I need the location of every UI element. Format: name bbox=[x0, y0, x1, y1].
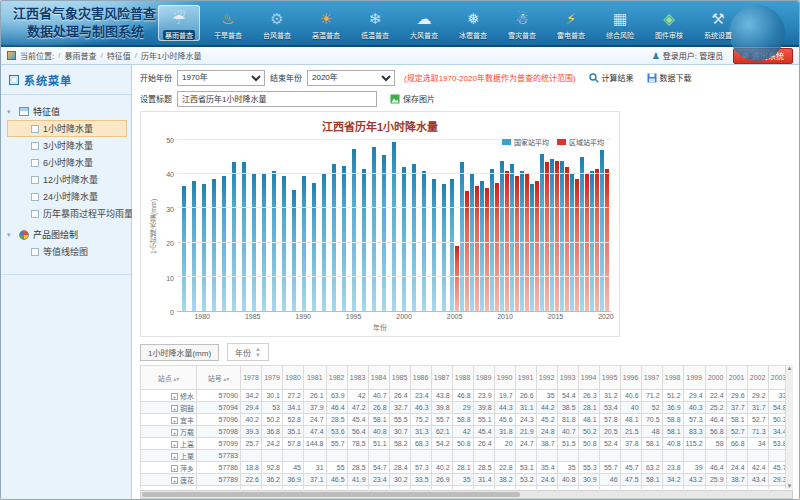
toolbar-item-2[interactable]: ♨干旱普查 bbox=[207, 5, 249, 41]
breadcrumb-item-current[interactable]: 历年1小时降水量 bbox=[141, 50, 201, 61]
chart-bar-regional[interactable] bbox=[575, 179, 579, 311]
toolbar-item-1[interactable]: ☔暴雨普查 bbox=[158, 5, 200, 41]
tree-group-1[interactable]: ▾特征值 bbox=[7, 103, 127, 120]
chart-bar-national[interactable] bbox=[600, 150, 604, 311]
station-name[interactable]: 宜丰 bbox=[180, 417, 194, 424]
chart-bar-national[interactable] bbox=[560, 161, 564, 311]
chart-bar-national[interactable] bbox=[480, 181, 484, 311]
chart-bar-national[interactable] bbox=[580, 157, 584, 311]
chart-bar-national[interactable] bbox=[500, 161, 504, 311]
chart-bar-national[interactable] bbox=[282, 176, 286, 311]
chart-bar-national[interactable] bbox=[530, 184, 534, 311]
chart-bar-regional[interactable] bbox=[535, 181, 539, 311]
chart-bar-national[interactable] bbox=[540, 154, 544, 311]
chart-bar-national[interactable] bbox=[222, 176, 226, 311]
checkbox-icon[interactable] bbox=[31, 176, 39, 184]
breadcrumb-item-feature[interactable]: 特征值 bbox=[107, 50, 131, 61]
collapse-icon[interactable]: ▾ bbox=[7, 231, 15, 239]
chart-bar-national[interactable] bbox=[362, 169, 366, 311]
chart-bar-national[interactable] bbox=[202, 184, 206, 311]
tree-item-3小时降水量[interactable]: 3小时降水量 bbox=[7, 137, 127, 154]
chart-bar-regional[interactable] bbox=[465, 191, 469, 311]
vertical-scrollbar[interactable]: ▲▼ bbox=[785, 365, 793, 489]
row-expander-icon[interactable]: + bbox=[171, 465, 178, 472]
chart-bar-national[interactable] bbox=[242, 162, 246, 311]
chart-bar-regional[interactable] bbox=[545, 162, 549, 311]
toolbar-item-4[interactable]: ☀高温普查 bbox=[305, 5, 347, 41]
chart-bar-national[interactable] bbox=[342, 166, 346, 311]
checkbox-icon[interactable] bbox=[31, 159, 39, 167]
toolbar-item-7[interactable]: ❅冰雹普查 bbox=[452, 5, 494, 41]
calculate-button[interactable]: 计算结果 bbox=[589, 72, 634, 83]
horizontal-scrollbar[interactable] bbox=[140, 490, 793, 499]
station-name[interactable]: 上栗 bbox=[180, 453, 194, 460]
chart-bar-national[interactable] bbox=[212, 179, 216, 311]
row-expander-icon[interactable]: + bbox=[171, 441, 178, 448]
chart-bar-national[interactable] bbox=[412, 164, 416, 311]
col-header-station-id[interactable]: 站号 ▴▾ bbox=[197, 366, 241, 390]
chart-bar-national[interactable] bbox=[460, 162, 464, 311]
year-sort-control[interactable]: 年份 ▲▼ bbox=[227, 343, 269, 361]
tree-item-24小时降水量[interactable]: 24小时降水量 bbox=[7, 188, 127, 205]
chart-bar-regional[interactable] bbox=[565, 167, 569, 311]
chart-bar-national[interactable] bbox=[550, 159, 554, 311]
save-image-button[interactable]: 保存图片 bbox=[390, 93, 435, 104]
toolbar-item-6[interactable]: ☁大风普查 bbox=[403, 5, 445, 41]
chart-bar-regional[interactable] bbox=[605, 169, 609, 311]
end-year-select[interactable]: 2020年 bbox=[307, 70, 395, 86]
station-name[interactable]: 莲花 bbox=[180, 477, 194, 484]
chart-bar-national[interactable] bbox=[332, 164, 336, 311]
chart-bar-national[interactable] bbox=[490, 169, 494, 311]
tree-item-历年暴雨过程平均雨量[interactable]: 历年暴雨过程平均雨量 bbox=[7, 205, 127, 222]
row-expander-icon[interactable]: + bbox=[171, 429, 178, 436]
tree-item-1小时降水量[interactable]: 1小时降水量 bbox=[7, 120, 127, 137]
chart-bar-national[interactable] bbox=[372, 147, 376, 311]
chart-bar-regional[interactable] bbox=[595, 169, 599, 311]
chart-bar-national[interactable] bbox=[302, 176, 306, 311]
chart-bar-national[interactable] bbox=[432, 179, 436, 311]
chart-bar-national[interactable] bbox=[182, 186, 186, 311]
scrollbar-thumb[interactable] bbox=[142, 492, 520, 497]
toolbar-item-12[interactable]: ⚒系统设置 bbox=[697, 5, 739, 41]
row-expander-icon[interactable]: + bbox=[171, 477, 178, 484]
checkbox-icon[interactable] bbox=[31, 248, 39, 256]
checkbox-icon[interactable] bbox=[31, 193, 39, 201]
row-expander-icon[interactable]: + bbox=[171, 405, 178, 412]
chart-bar-national[interactable] bbox=[192, 181, 196, 311]
toolbar-item-11[interactable]: ◈图件审核 bbox=[648, 5, 690, 41]
station-name[interactable]: 上高 bbox=[180, 441, 194, 448]
col-header-station[interactable]: 站点 ▴▾ bbox=[141, 366, 197, 390]
station-name[interactable]: 万载 bbox=[180, 429, 194, 436]
toolbar-item-8[interactable]: ☃雪灾普查 bbox=[501, 5, 543, 41]
chart-bar-national[interactable] bbox=[392, 142, 396, 311]
checkbox-icon[interactable] bbox=[31, 125, 39, 133]
station-name[interactable]: 永新 bbox=[180, 489, 194, 490]
row-expander-icon[interactable]: + bbox=[171, 453, 178, 460]
tree-item-6小时降水量[interactable]: 6小时降水量 bbox=[7, 154, 127, 171]
breadcrumb-item-survey[interactable]: 暴雨普查 bbox=[64, 50, 96, 61]
toolbar-item-3[interactable]: ⚙台风普查 bbox=[256, 5, 298, 41]
chart-title-input[interactable] bbox=[177, 91, 377, 107]
chart-bar-national[interactable] bbox=[402, 167, 406, 311]
logout-button[interactable]: ⊘ 退出系统 bbox=[733, 48, 793, 64]
tree-item-12小时降水量[interactable]: 12小时降水量 bbox=[7, 171, 127, 188]
station-name[interactable]: 铜鼓 bbox=[180, 405, 194, 412]
row-expander-icon[interactable]: + bbox=[171, 417, 178, 424]
chart-bar-national[interactable] bbox=[450, 179, 454, 311]
chart-bar-national[interactable] bbox=[312, 183, 316, 311]
station-name[interactable]: 修水 bbox=[180, 393, 194, 400]
chart-bar-regional[interactable] bbox=[455, 246, 459, 311]
checkbox-icon[interactable] bbox=[31, 210, 39, 218]
chart-bar-regional[interactable] bbox=[515, 176, 519, 311]
collapse-icon[interactable]: ▾ bbox=[7, 108, 15, 116]
chart-bar-national[interactable] bbox=[442, 184, 446, 311]
row-expander-icon[interactable]: + bbox=[171, 393, 178, 400]
chart-bar-regional[interactable] bbox=[475, 186, 479, 311]
chart-bar-regional[interactable] bbox=[495, 183, 499, 311]
legend-national[interactable]: 国家站平均 bbox=[502, 137, 549, 147]
station-name[interactable]: 萍乡 bbox=[180, 465, 194, 472]
tree-group-2[interactable]: ▾产品图绘制 bbox=[7, 226, 127, 243]
chart-bar-national[interactable] bbox=[510, 164, 514, 311]
tree-item-等值线绘图[interactable]: 等值线绘图 bbox=[7, 243, 127, 260]
chart-bar-national[interactable] bbox=[232, 162, 236, 311]
